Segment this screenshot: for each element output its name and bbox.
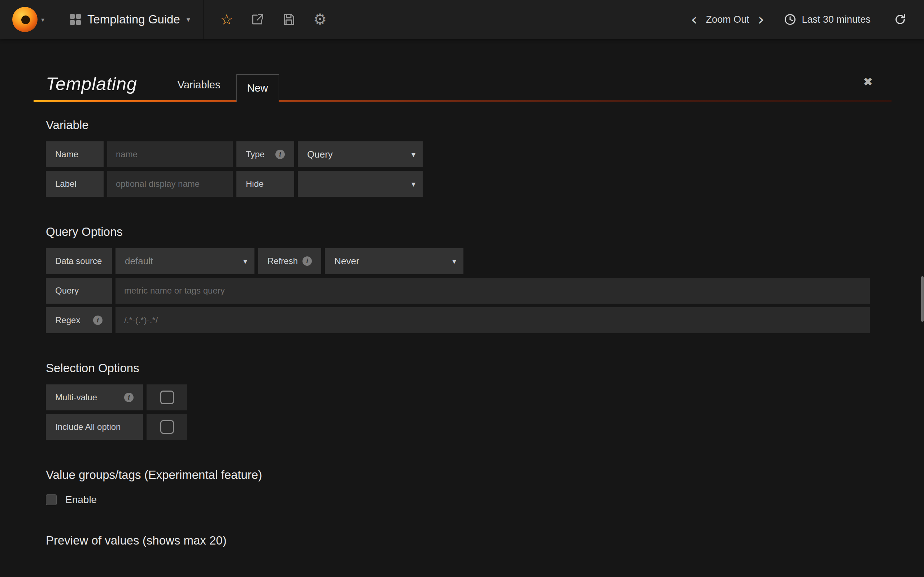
- name-label: Name: [46, 141, 103, 167]
- tab-variables[interactable]: Variables: [178, 79, 221, 102]
- info-icon[interactable]: i: [302, 256, 312, 266]
- chevron-down-icon: ▾: [187, 15, 190, 24]
- regex-label-text: Regex: [55, 315, 80, 325]
- label-label: Label: [46, 171, 103, 197]
- multi-value-row: Multi-value i: [46, 384, 870, 410]
- time-range-label: Last 30 minutes: [802, 14, 871, 25]
- regex-label: Regex i: [46, 307, 112, 333]
- enable-label: Enable: [65, 494, 97, 506]
- enable-row: Enable: [46, 494, 870, 506]
- query-options-row-3: Regex i: [46, 307, 870, 333]
- chevron-left-icon[interactable]: ‹: [683, 11, 704, 27]
- time-range-picker[interactable]: Last 30 minutes: [771, 13, 883, 26]
- query-options-row-2: Query: [46, 278, 870, 304]
- chevron-down-icon: ▾: [412, 180, 415, 189]
- tabs-underline: [34, 100, 892, 102]
- refresh-icon[interactable]: [883, 13, 914, 26]
- refresh-select-value: Never: [334, 256, 359, 267]
- star-icon[interactable]: ☆: [220, 12, 233, 27]
- scrollbar-thumb[interactable]: [921, 276, 924, 322]
- query-label: Query: [46, 278, 112, 304]
- hide-label: Hide: [236, 171, 294, 197]
- regex-input[interactable]: [115, 307, 870, 333]
- query-input[interactable]: [115, 278, 870, 304]
- multi-value-label-text: Multi-value: [55, 392, 97, 403]
- include-all-label: Include All option: [46, 414, 143, 440]
- grafana-logo-button[interactable]: ▾: [0, 0, 57, 39]
- refresh-select[interactable]: Never ▾: [325, 248, 464, 274]
- variable-row-2: Label Hide ▾: [46, 171, 870, 197]
- section-heading-preview: Preview of values (shows max 20): [46, 534, 870, 548]
- type-select-value: Query: [307, 149, 333, 160]
- section-heading-query-options: Query Options: [46, 225, 870, 239]
- name-input[interactable]: [107, 141, 233, 167]
- refresh-label: Refresh i: [258, 248, 321, 274]
- dashboard-title: Templating Guide: [87, 13, 180, 26]
- info-icon[interactable]: i: [93, 316, 102, 325]
- save-icon[interactable]: [282, 13, 295, 26]
- chevron-right-icon[interactable]: ›: [751, 11, 772, 27]
- preview-section: Preview of values (shows max 20): [46, 534, 870, 548]
- value-groups-section: Value groups/tags (Experimental feature)…: [46, 468, 870, 506]
- hide-select[interactable]: ▾: [298, 171, 423, 197]
- grafana-logo-icon: [12, 7, 37, 32]
- section-heading-variable: Variable: [46, 118, 870, 132]
- include-all-row: Include All option: [46, 414, 870, 440]
- data-source-select[interactable]: default ▾: [115, 248, 254, 274]
- type-label: Type i: [236, 141, 294, 167]
- dashboard-actions: ☆ ⚙: [204, 0, 344, 39]
- top-navbar: ▾ Templating Guide ▾ ☆ ⚙ ‹ Zoom Out › La: [0, 0, 924, 39]
- close-icon[interactable]: ✖: [863, 75, 873, 89]
- time-controls: ‹ Zoom Out › Last 30 minutes: [683, 0, 924, 39]
- gear-icon[interactable]: ⚙: [313, 12, 327, 27]
- info-icon[interactable]: i: [275, 150, 285, 159]
- type-select[interactable]: Query ▾: [298, 141, 423, 167]
- variable-section: Variable Name Type i Query ▾ Label Hide …: [46, 118, 870, 197]
- chevron-down-icon: ▾: [41, 16, 44, 23]
- chevron-down-icon: ▾: [243, 257, 247, 266]
- page-title: Templating: [46, 74, 137, 95]
- grafana-logo-core: [21, 16, 30, 24]
- query-options-section: Query Options Data source default ▾ Refr…: [46, 225, 870, 333]
- chevron-down-icon: ▾: [452, 257, 456, 266]
- multi-value-checkbox[interactable]: [160, 390, 174, 404]
- dashboard-title-dropdown[interactable]: Templating Guide ▾: [57, 0, 203, 39]
- zoom-out-button[interactable]: Zoom Out: [704, 14, 751, 25]
- multi-value-checkbox-cell[interactable]: [147, 384, 187, 410]
- type-label-text: Type: [246, 149, 265, 160]
- multi-value-label: Multi-value i: [46, 384, 143, 410]
- section-heading-value-groups: Value groups/tags (Experimental feature): [46, 468, 870, 482]
- include-all-checkbox[interactable]: [160, 420, 174, 434]
- enable-checkbox[interactable]: [46, 495, 57, 505]
- chevron-down-icon: ▾: [412, 150, 415, 159]
- query-options-row-1: Data source default ▾ Refresh i Never ▾: [46, 248, 870, 274]
- section-heading-selection-options: Selection Options: [46, 361, 870, 375]
- templating-editor: Templating Variables New ✖ Variable Name…: [0, 61, 924, 577]
- variable-row-1: Name Type i Query ▾: [46, 141, 870, 167]
- tab-new[interactable]: New: [236, 74, 279, 102]
- refresh-label-text: Refresh: [267, 256, 298, 266]
- share-icon[interactable]: [251, 13, 264, 26]
- selection-options-section: Selection Options Multi-value i Include …: [46, 361, 870, 440]
- dashboard-grid-icon: [70, 14, 81, 25]
- label-input[interactable]: [107, 171, 233, 197]
- data-source-label: Data source: [46, 248, 112, 274]
- clock-icon: [783, 13, 796, 26]
- include-all-checkbox-cell[interactable]: [147, 414, 187, 440]
- editor-header: Templating Variables New ✖: [46, 61, 870, 102]
- data-source-select-value: default: [125, 256, 153, 267]
- info-icon[interactable]: i: [124, 393, 134, 402]
